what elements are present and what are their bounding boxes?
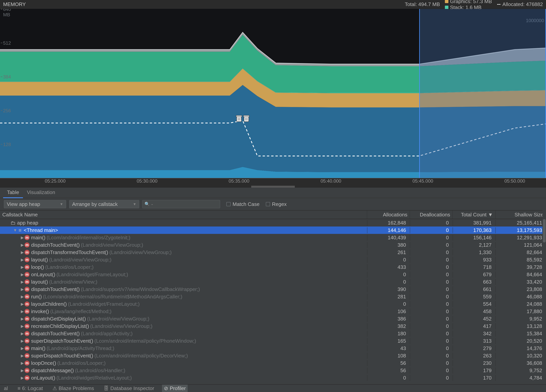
toolwin-6-logcat[interactable]: ≡6: Logcat [16, 385, 45, 392]
table-row[interactable]: ▶mdispatchTouchEvent() (Landroid/support… [0, 285, 546, 293]
table-row[interactable]: ▶mrun() (Lcom/android/internal/os/Runtim… [0, 293, 546, 300]
table-row[interactable]: ▶mdispatchMessage() (Landroid/os/Handler… [0, 367, 546, 374]
expand-icon[interactable]: ▶ [20, 368, 25, 373]
table-row[interactable]: ▶mdispatchGetDisplayList() (Landroid/vie… [0, 315, 546, 322]
timeline-scrollbar[interactable] [0, 186, 546, 188]
table-row[interactable]: ▶mloop() (Landroid/os/Looper;)433071839,… [0, 263, 546, 271]
method-icon: m [25, 346, 30, 351]
expand-icon[interactable]: ▶ [20, 294, 25, 299]
search-input[interactable]: 🔍 - [142, 200, 220, 208]
expand-icon[interactable]: ▶ [20, 331, 25, 336]
method-icon: m [25, 324, 30, 329]
cell-num: 263 [453, 353, 495, 359]
cell-num: 0 [410, 331, 453, 337]
row-name: loop() [31, 264, 44, 270]
col-allocations[interactable]: Allocations [367, 211, 410, 219]
regex-checkbox[interactable]: Regex [266, 201, 287, 207]
cell-num: 279 [453, 345, 495, 351]
expand-icon[interactable]: ▶ [20, 272, 25, 277]
cell-num: 0 [410, 360, 453, 366]
table-row[interactable]: ▶mmain() (Lcom/android/internal/os/Zygot… [0, 234, 546, 241]
cell-num: 162,848 [367, 220, 410, 226]
row-name: dispatchMessage() [31, 367, 74, 373]
col-shallow-size[interactable]: Shallow Size [495, 211, 546, 219]
cell-num: 0 [410, 235, 453, 241]
tab-visualization[interactable]: Visualization [23, 187, 59, 198]
cell-num: 179 [453, 367, 495, 373]
expand-icon[interactable]: ▶ [20, 235, 25, 240]
cell-num: 433 [367, 264, 410, 270]
cell-num: 15,384 [495, 331, 546, 337]
chevron-down-icon: ▼ [60, 202, 63, 206]
col-deallocations[interactable]: Deallocations [410, 211, 453, 219]
cell-num: 10,320 [495, 353, 546, 359]
table-row[interactable]: ▶mloopOnce() (Landroid/os/Looper;)560230… [0, 359, 546, 367]
thread-icon: ≡ [18, 227, 23, 233]
cell-num: 230 [453, 360, 495, 366]
expand-icon[interactable]: ▶ [20, 265, 25, 269]
cell-num: 452 [453, 316, 495, 322]
col-total-count[interactable]: Total Count ▼ [453, 211, 495, 219]
cell-num: 0 [367, 272, 410, 278]
match-case-checkbox[interactable]: Match Case [226, 201, 260, 207]
expand-icon[interactable]: ▶ [20, 316, 25, 321]
expand-icon[interactable]: ▶ [20, 339, 25, 343]
row-name: dispatchTouchEvent() [31, 331, 80, 337]
table-row[interactable]: ▶mmain() (Landroid/app/ActivityThread;)4… [0, 345, 546, 352]
tab-table[interactable]: Table [3, 187, 23, 198]
cell-num: 381,991 [453, 220, 495, 226]
table-row[interactable]: ▶msuperDispatchTouchEvent() (Lcom/androi… [0, 337, 546, 345]
row-location: (Ljava/lang/reflect/Method;) [50, 309, 111, 315]
toolwin-al[interactable]: al [2, 385, 10, 392]
method-icon: m [25, 302, 30, 307]
table-row[interactable]: ▶mlayoutChildren() (Landroid/widget/Fram… [0, 300, 546, 308]
arrange-dropdown[interactable]: Arrange by callstack▼ [69, 200, 139, 208]
expand-icon[interactable]: ▶ [20, 324, 25, 329]
expand-icon[interactable]: ▶ [20, 346, 25, 351]
heap-dropdown[interactable]: View app heap▼ [4, 200, 66, 208]
toolwin-database-inspector[interactable]: 🗄Database Inspector [102, 385, 156, 392]
toolwin-profiler[interactable]: ⊘Profiler [162, 385, 188, 392]
table-row[interactable]: ▶mrecreateChildDisplayList() (Landroid/v… [0, 322, 546, 330]
expand-icon[interactable]: ▶ [20, 257, 25, 262]
table-row[interactable]: ▶monLayout() (Landroid/widget/RelativeLa… [0, 374, 546, 381]
row-location: (Landroid/view/View;) [49, 279, 98, 285]
table-row[interactable]: ▶mlayout() (Landroid/view/View;)0066333,… [0, 278, 546, 285]
toolwin-blaze-problems[interactable]: ⚠Blaze Problems [51, 385, 96, 392]
table-row[interactable]: ▶msuperDispatchTouchEvent() (Lcom/androi… [0, 352, 546, 359]
table-row[interactable]: 🗀app heap162,8480381,99125,165,411 [0, 219, 546, 227]
cell-num: 170,363 [453, 227, 495, 233]
cell-num: 386 [367, 316, 410, 322]
table-row[interactable]: ▶mdispatchTouchEvent() (Landroid/view/Vi… [0, 241, 546, 249]
collapse-icon[interactable]: ▼ [13, 228, 18, 233]
expand-icon[interactable]: ▶ [20, 309, 25, 314]
row-name: dispatchTouchEvent() [31, 286, 80, 292]
expand-icon[interactable]: ▶ [20, 302, 25, 306]
cell-num: 718 [453, 264, 495, 270]
table-row[interactable]: ▶mdispatchTouchEvent() (Landroid/app/Act… [0, 330, 546, 337]
cell-num: 679 [453, 272, 495, 278]
expand-icon[interactable]: ▶ [20, 375, 25, 380]
expand-icon[interactable]: ▶ [20, 353, 25, 358]
table-row[interactable]: ▶mlayout() (Landroid/view/ViewGroup;)009… [0, 256, 546, 263]
row-location: (Landroid/view/ViewGroup;) [90, 323, 152, 329]
expand-icon[interactable]: ▶ [20, 287, 25, 291]
expand-icon[interactable]: ▶ [20, 243, 25, 247]
table-row[interactable]: ▶monLayout() (Landroid/widget/FrameLayou… [0, 271, 546, 278]
expand-icon[interactable]: ▶ [20, 250, 25, 255]
table-row[interactable]: ▶minvoke() (Ljava/lang/reflect/Method;)1… [0, 308, 546, 315]
table-row[interactable]: ▼≡<Thread main>144,1460170,36313,175,593 [0, 227, 546, 234]
cell-num: 554 [453, 301, 495, 307]
col-name[interactable]: Callstack Name [0, 211, 367, 219]
cell-num: 261 [367, 249, 410, 255]
cell-num: 0 [410, 227, 453, 233]
table-row[interactable]: ▶mdispatchTransformedTouchEvent() (Landr… [0, 249, 546, 256]
memory-chart[interactable]: 128256384512640 MB 1000000 [0, 9, 546, 178]
table-scrollbar-thumb[interactable] [543, 219, 546, 242]
timeline-scrollbar-thumb[interactable] [251, 186, 295, 188]
table-scrollbar[interactable] [542, 210, 546, 384]
expand-icon[interactable]: ▶ [20, 279, 25, 284]
time-selection[interactable] [419, 9, 546, 178]
row-location: (Lcom/android/internal/policy/PhoneWindo… [94, 338, 196, 344]
expand-icon[interactable]: ▶ [20, 361, 25, 365]
